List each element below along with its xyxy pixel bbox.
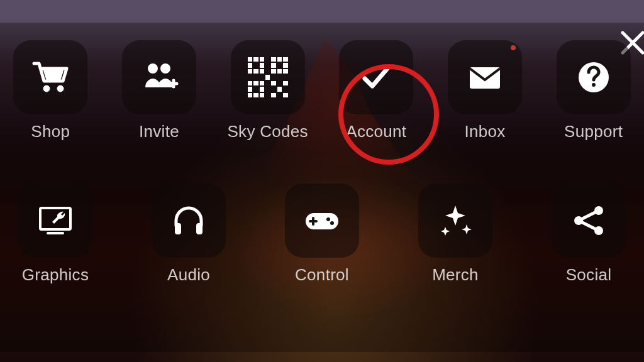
svg-point-12 xyxy=(330,221,334,225)
support-label: Support xyxy=(564,122,623,141)
svg-point-2 xyxy=(148,63,158,74)
svg-rect-9 xyxy=(196,223,203,234)
social-label: Social xyxy=(566,265,612,285)
graphics-label: Graphics xyxy=(22,265,89,285)
menu-item-social: Social xyxy=(548,184,629,285)
merch-label: Merch xyxy=(432,265,479,285)
audio-label: Audio xyxy=(167,265,210,285)
svg-point-1 xyxy=(57,85,64,92)
skycodes-label: Sky Codes xyxy=(227,122,308,141)
shop-label: Shop xyxy=(31,122,70,141)
menu-row-1: Shop Invite xyxy=(5,40,639,141)
sparkle-icon xyxy=(435,200,475,241)
merch-button[interactable] xyxy=(418,184,492,258)
social-button[interactable] xyxy=(552,184,626,258)
envelope-icon xyxy=(465,57,505,97)
menu-item-support: Support xyxy=(552,40,635,141)
control-button[interactable] xyxy=(285,184,359,258)
menu-item-inbox: Inbox xyxy=(443,40,527,141)
shop-button[interactable] xyxy=(13,40,87,114)
monitor-wrench-icon xyxy=(35,200,75,241)
menu-item-account: Account xyxy=(335,40,418,141)
gamepad-icon xyxy=(302,200,342,241)
inbox-label: Inbox xyxy=(464,122,505,141)
invite-icon xyxy=(139,57,179,97)
share-icon xyxy=(569,200,609,241)
account-label: Account xyxy=(346,122,406,141)
cart-icon xyxy=(30,57,70,97)
menu-item-merch: Merch xyxy=(415,184,496,285)
menu-item-graphics: Graphics xyxy=(15,184,96,285)
audio-button[interactable] xyxy=(152,184,226,258)
svg-point-0 xyxy=(43,85,50,92)
svg-point-6 xyxy=(592,83,596,87)
menu-item-shop: Shop xyxy=(9,40,92,141)
help-icon xyxy=(574,57,614,97)
svg-point-11 xyxy=(326,217,330,221)
menu-row-2: Graphics Audio Control xyxy=(15,184,629,285)
menu-item-invite: Invite xyxy=(118,40,201,141)
notification-dot xyxy=(511,45,516,50)
headphones-icon xyxy=(169,200,209,241)
skycodes-button[interactable] xyxy=(231,40,305,114)
svg-rect-8 xyxy=(175,223,181,234)
support-button[interactable] xyxy=(557,40,631,114)
settings-menu: Shop Invite xyxy=(0,0,644,362)
menu-item-control: Control xyxy=(282,184,362,285)
invite-label: Invite xyxy=(139,122,179,141)
invite-button[interactable] xyxy=(122,40,196,114)
check-icon xyxy=(356,57,396,97)
svg-point-3 xyxy=(160,63,170,74)
menu-item-audio: Audio xyxy=(148,184,229,285)
inbox-button[interactable] xyxy=(448,40,522,114)
menu-item-skycodes: Sky Codes xyxy=(226,40,309,141)
control-label: Control xyxy=(295,265,349,285)
qr-icon xyxy=(248,57,288,97)
account-button[interactable] xyxy=(339,40,413,114)
graphics-button[interactable] xyxy=(18,184,92,258)
